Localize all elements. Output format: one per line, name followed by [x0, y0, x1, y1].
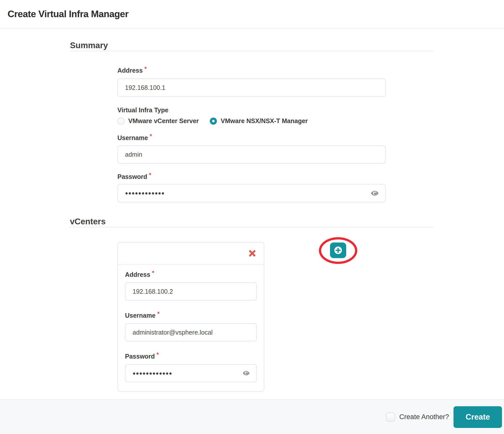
password-input[interactable]	[117, 184, 386, 202]
vcenter-username-group: Username *	[125, 312, 257, 341]
summary-form: Address * Virtual Infra Type VMware	[117, 67, 386, 202]
username-input[interactable]	[117, 145, 386, 164]
radio-option-vmware-vcenter-server[interactable]: VMware vCenter Server	[117, 117, 199, 125]
vcenter-address-label: Address	[125, 271, 150, 278]
required-asterisk: *	[152, 270, 154, 277]
username-label: Username	[117, 134, 148, 142]
summary-section: Summary Address * Virtual Infra Type	[70, 40, 433, 202]
eye-icon	[242, 369, 250, 377]
password-field-group: Password *	[117, 173, 386, 202]
required-asterisk: *	[144, 66, 147, 72]
virtual-infra-type-radios: VMware vCenter Server VMware NSX/NSX-T M…	[117, 117, 386, 125]
radio-option-vmware-nsx-manager[interactable]: VMware NSX/NSX-T Manager	[210, 117, 308, 125]
create-another-label: Create Another?	[399, 413, 449, 421]
vcenter-address-group: Address *	[125, 271, 257, 301]
required-asterisk: *	[150, 133, 152, 140]
create-another-checkbox[interactable]	[386, 413, 395, 422]
vcenter-password-label: Password	[125, 352, 155, 360]
radio-unselected-icon[interactable]	[117, 118, 124, 125]
section-divider	[70, 51, 433, 51]
vcenter-username-input[interactable]	[125, 323, 257, 341]
close-x-icon	[248, 249, 256, 257]
virtual-infra-type-group: Virtual Infra Type VMware vCenter Server…	[117, 106, 386, 125]
required-asterisk: *	[157, 311, 160, 317]
section-divider	[70, 227, 433, 227]
add-vcenter-area	[330, 242, 346, 258]
vcenters-row: Address * Username *	[117, 242, 433, 392]
address-field-group: Address *	[117, 67, 386, 97]
vcenter-card-header	[118, 242, 264, 265]
vcenter-address-input[interactable]	[125, 282, 257, 301]
vcenters-section: vCenters Address	[70, 216, 433, 392]
password-reveal-button[interactable]	[370, 189, 379, 198]
vcenter-password-reveal-button[interactable]	[242, 369, 250, 377]
radio-option-label: VMware vCenter Server	[128, 117, 199, 125]
remove-vcenter-button[interactable]	[247, 248, 257, 258]
password-label: Password	[117, 173, 147, 180]
vcenter-card-body: Address * Username *	[118, 265, 264, 391]
page-title: Create Virtual Infra Manager	[8, 9, 129, 19]
summary-heading: Summary	[70, 40, 433, 51]
required-asterisk: *	[157, 351, 159, 358]
vcenter-password-group: Password *	[125, 352, 257, 382]
add-vcenter-button[interactable]	[330, 242, 346, 258]
create-button[interactable]: Create	[453, 406, 502, 428]
address-input[interactable]	[117, 78, 386, 97]
modal-header: Create Virtual Infra Manager	[0, 0, 504, 29]
required-asterisk: *	[149, 172, 151, 179]
plus-circle-icon	[334, 246, 343, 255]
radio-option-label: VMware NSX/NSX-T Manager	[221, 117, 308, 125]
modal-footer: Create Another? Create	[0, 399, 504, 434]
vcenter-card: Address * Username *	[117, 242, 264, 392]
username-field-group: Username *	[117, 134, 386, 164]
modal-body: Summary Address * Virtual Infra Type	[0, 29, 504, 399]
vcenter-username-label: Username	[125, 312, 156, 319]
eye-icon	[370, 189, 379, 198]
create-virtual-infra-manager-modal: Create Virtual Infra Manager Summary Add…	[0, 0, 504, 434]
address-label: Address	[117, 67, 143, 74]
virtual-infra-type-label: Virtual Infra Type	[117, 106, 168, 114]
vcenters-heading: vCenters	[70, 216, 433, 227]
vcenter-password-input[interactable]	[125, 364, 257, 382]
radio-selected-icon[interactable]	[210, 118, 217, 125]
